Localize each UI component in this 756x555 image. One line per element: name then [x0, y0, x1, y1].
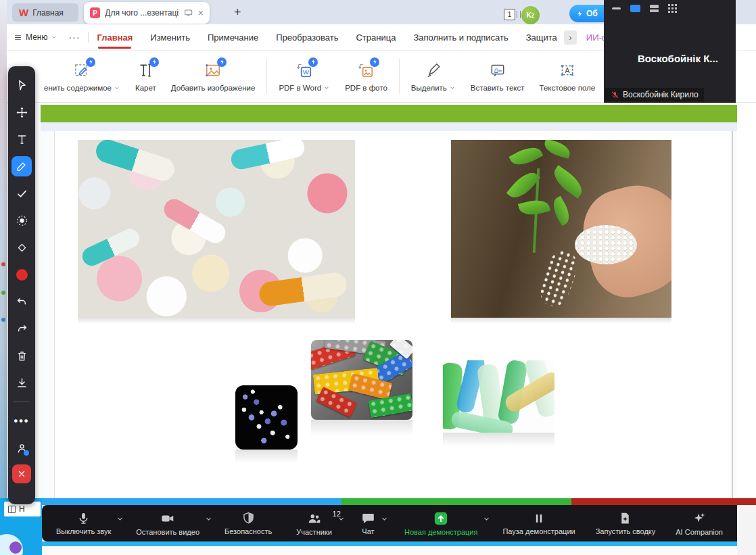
ai-sparkle-icon — [692, 511, 707, 526]
participants-count-badge: 12 — [333, 510, 341, 518]
select-tool[interactable] — [8, 72, 35, 99]
undo-button[interactable] — [8, 288, 35, 315]
clear-drawings-button[interactable] — [8, 342, 35, 369]
menu-expand-button[interactable]: › — [564, 30, 577, 45]
menu-item-comment[interactable]: Примечание — [208, 32, 258, 43]
close-annotation-button[interactable] — [12, 464, 31, 483]
zoom-meeting-toolbar: Выключить звук Остановить видео Безопасн… — [42, 505, 737, 541]
shield-icon — [241, 511, 256, 525]
minimize-icon[interactable] — [612, 7, 621, 9]
security-button[interactable]: Безопасность — [214, 505, 282, 541]
slide-image-pills — [78, 140, 355, 318]
slide-image-lego — [311, 340, 412, 420]
wallpaper-dot — [1, 318, 5, 322]
menu-item-page[interactable]: Страница — [356, 32, 396, 43]
ribbon-edit-content-button[interactable]: енить содержимое — [37, 62, 128, 92]
document-tab[interactable]: P Для чого ...езентація × — [84, 2, 210, 24]
ai-badge-icon — [149, 57, 159, 67]
participants-button[interactable]: 12 Участники — [286, 505, 342, 541]
more-options-button[interactable]: ••• — [8, 408, 35, 435]
new-tab-button[interactable]: + — [234, 5, 241, 20]
mic-muted-icon — [611, 91, 619, 99]
capsule-shape — [93, 140, 177, 184]
window-count-badge[interactable]: 1 — [504, 9, 522, 20]
save-annotation-button[interactable] — [8, 369, 35, 396]
page-thumb-icon — [8, 506, 16, 513]
capsule-shape — [229, 140, 306, 171]
taskbar-underline — [42, 541, 737, 546]
text-tool[interactable] — [8, 126, 35, 153]
pdf-to-photo-icon — [357, 62, 375, 79]
insert-text-icon — [489, 62, 506, 79]
pause-icon — [532, 512, 546, 525]
ribbon-add-image-button[interactable]: Добавить изображение — [164, 62, 263, 92]
image-reflection — [78, 318, 355, 324]
pause-share-button[interactable]: Пауза демонстрации — [492, 505, 585, 541]
participant-display-name: Воскобойнік К... — [638, 53, 718, 64]
status-dot — [24, 450, 29, 456]
chevron-down-icon — [114, 85, 120, 91]
zoom-video-window[interactable]: Воскобойнік К... Воскобойнік Кирило — [604, 0, 736, 103]
desktop-wallpaper-strip — [0, 0, 7, 498]
account-avatar[interactable]: Kz — [521, 6, 540, 24]
ribbon-text-field-button[interactable]: Текстовое поле — [532, 62, 603, 92]
ribbon-pdf-to-word-button[interactable]: PDF в Word — [271, 62, 337, 92]
screen: W Главная P Для чого ...езентація × + 1 … — [0, 0, 756, 555]
draw-tool[interactable] — [11, 156, 32, 176]
new-share-button[interactable]: Новая демонстрация — [394, 505, 488, 541]
stop-video-button[interactable]: Остановить видео — [126, 505, 210, 541]
spotlight-tool[interactable] — [8, 207, 35, 234]
mic-icon — [76, 511, 91, 525]
menu-item-protect[interactable]: Защита — [526, 32, 557, 43]
desktop-right-edge — [737, 505, 756, 555]
color-picker-tool[interactable] — [8, 261, 35, 288]
ai-companion-button[interactable]: AI Companion — [665, 505, 733, 541]
divider — [399, 59, 400, 94]
summary-doc-icon — [618, 511, 632, 525]
speaker-view-icon[interactable] — [650, 5, 659, 12]
start-summary-button[interactable]: Запустить сводку — [586, 505, 666, 541]
ai-badge-icon — [217, 57, 227, 67]
image-reflection — [235, 450, 298, 463]
ribbon-pdf-to-photo-button[interactable]: PDF в фото — [337, 62, 395, 92]
highlight-icon — [425, 62, 442, 79]
stamp-check-tool[interactable] — [8, 180, 35, 207]
more-tools-button[interactable]: ··· — [68, 32, 80, 43]
ribbon-highlight-button[interactable]: Выделить — [404, 62, 463, 92]
ribbon-insert-text-button[interactable]: Вставить текст — [463, 62, 532, 92]
wallpaper-shape — [9, 541, 22, 554]
ribbon-caret-button[interactable]: Карет — [128, 62, 164, 92]
participant-annotation-button[interactable] — [8, 435, 35, 462]
gallery-view-icon[interactable] — [668, 4, 677, 13]
chevron-down-icon — [51, 34, 57, 41]
menu-item-fill-sign[interactable]: Заполнить и подписать — [413, 32, 508, 43]
divider — [14, 402, 30, 402]
hamburger-icon — [14, 33, 22, 42]
redo-button[interactable] — [8, 315, 35, 342]
capsule-shape — [79, 226, 142, 268]
edit-content-icon — [73, 62, 91, 79]
menu-item-edit[interactable]: Изменить — [150, 32, 190, 43]
slide-image-plant-fertilizer — [451, 140, 671, 318]
mute-audio-button[interactable]: Выключить звук — [46, 505, 121, 541]
image-reflection — [311, 420, 412, 436]
wps-home-tab[interactable]: W Главная — [12, 3, 78, 22]
current-color-swatch — [16, 269, 28, 281]
active-view-icon[interactable] — [630, 5, 640, 12]
document-green-bar — [41, 105, 737, 122]
menu-item-convert[interactable]: Преобразовать — [276, 32, 338, 43]
vertical-scrollbar[interactable] — [732, 131, 733, 498]
chat-button[interactable]: Чат — [351, 505, 385, 541]
eraser-tool[interactable] — [8, 234, 35, 261]
menu-button[interactable]: Меню — [14, 32, 57, 42]
add-image-icon — [204, 62, 222, 79]
close-tab-icon[interactable]: × — [198, 8, 204, 18]
camera-icon — [160, 511, 175, 526]
menu-item-home[interactable]: Главная — [97, 32, 133, 43]
divider — [266, 59, 267, 94]
pdf-to-word-icon — [296, 62, 313, 79]
move-tool[interactable] — [8, 99, 35, 126]
chat-icon — [361, 511, 375, 525]
text-field-icon — [559, 62, 576, 79]
present-monitor-icon[interactable] — [184, 8, 193, 18]
